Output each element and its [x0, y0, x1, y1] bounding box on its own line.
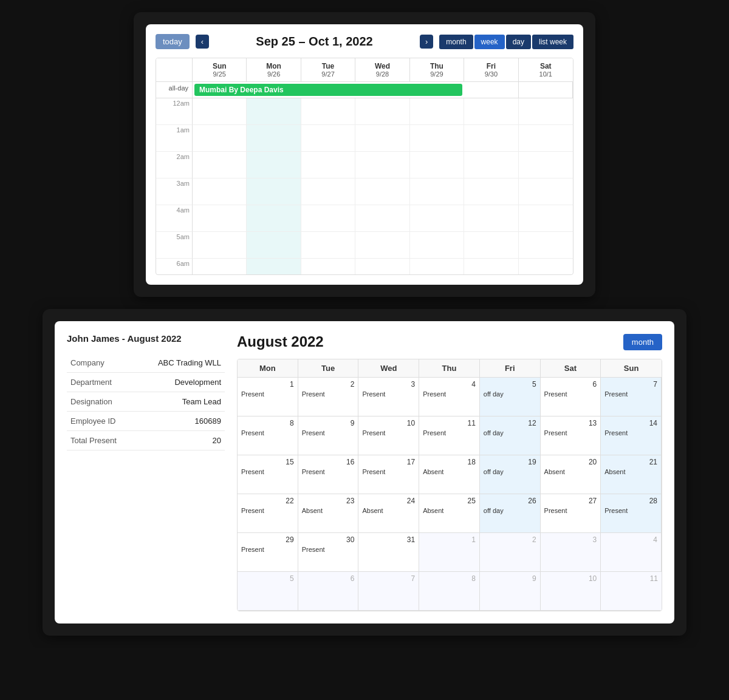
attendance-day-cell[interactable]: 13Present [541, 416, 601, 455]
hour-slot [301, 152, 355, 178]
hour-slot [410, 98, 464, 125]
attendance-day-header: Sun [601, 359, 662, 377]
hour-slot [193, 125, 246, 152]
attendance-day-cell[interactable]: 2Present [298, 378, 359, 416]
day-column-4 [410, 98, 464, 274]
employee-info-panel: John James - August 2022 CompanyABC Trad… [67, 333, 225, 611]
attendance-day-cell[interactable]: 27Present [541, 494, 601, 533]
attendance-day-cell[interactable]: 9Present [298, 416, 359, 455]
attendance-day-number: 5 [484, 380, 536, 389]
attendance-day-cell[interactable]: 3 [541, 533, 601, 572]
hour-slot [247, 205, 300, 232]
attendance-day-cell[interactable]: 25Absent [419, 494, 480, 533]
attendance-day-cell[interactable]: 11Present [419, 416, 480, 455]
day-header-4: Thu 9/29 [410, 58, 464, 81]
attendance-day-number: 25 [423, 497, 476, 505]
attendance-day-cell[interactable]: 18Absent [419, 455, 480, 494]
day-column-5 [464, 98, 518, 274]
attendance-day-cell[interactable]: 14Present [601, 416, 662, 455]
attendance-day-cell[interactable]: 7 [358, 572, 419, 611]
attendance-status: off day [484, 429, 536, 437]
attendance-day-cell[interactable]: 21Absent [601, 455, 662, 494]
attendance-day-number: 7 [362, 574, 415, 583]
view-listweek-button[interactable]: list week [532, 35, 573, 49]
attendance-day-number: 8 [241, 419, 294, 427]
day-name: Thu [412, 62, 461, 70]
info-label: Department [67, 373, 135, 392]
all-day-event[interactable]: Mumbai By Deepa Davis [194, 84, 462, 96]
attendance-day-cell[interactable]: 7Present [601, 378, 662, 416]
attendance-day-cell[interactable]: 31 [358, 533, 419, 572]
attendance-day-cell[interactable]: 29Present [238, 533, 298, 572]
attendance-status: Present [241, 507, 294, 514]
attendance-day-cell[interactable]: 4 [601, 533, 662, 572]
prev-button[interactable]: ‹ [196, 35, 209, 49]
info-label: Employee ID [67, 412, 135, 431]
month-view-button[interactable]: month [623, 334, 662, 350]
attendance-day-cell[interactable]: 10 [541, 572, 601, 611]
attendance-day-cell[interactable]: 17Present [358, 455, 419, 494]
next-button[interactable]: › [420, 35, 433, 49]
attendance-day-cell[interactable]: 20Absent [541, 455, 601, 494]
attendance-day-cell[interactable]: 8 [419, 572, 480, 611]
attendance-day-cell[interactable]: 19off day [480, 455, 541, 494]
attendance-day-cell[interactable]: 23Absent [298, 494, 359, 533]
attendance-day-cell[interactable]: 6Present [541, 378, 601, 416]
attendance-status: off day [484, 507, 536, 514]
attendance-day-cell[interactable]: 22Present [238, 494, 298, 533]
attendance-day-number: 29 [241, 535, 294, 544]
attendance-day-cell[interactable]: 5 [238, 572, 298, 611]
attendance-day-cell[interactable]: 1Present [238, 378, 298, 416]
hour-slot [247, 125, 300, 152]
info-row: DesignationTeam Lead [67, 392, 225, 412]
hour-slot [519, 125, 573, 152]
attendance-day-number: 21 [604, 458, 657, 466]
today-button[interactable]: today [156, 34, 190, 49]
time-column: 12am1am2am3am4am5am6am7am [156, 98, 193, 274]
all-day-empty-1 [464, 82, 518, 98]
time-label: 12am [156, 98, 193, 125]
hour-slot [301, 98, 355, 125]
all-day-event-area: Mumbai By Deepa Davis [193, 82, 464, 98]
attendance-day-cell[interactable]: 12off day [480, 416, 541, 455]
hour-slot [247, 259, 300, 274]
attendance-day-cell[interactable]: 5off day [480, 378, 541, 416]
attendance-status: Present [544, 390, 597, 398]
day-date: 9/28 [358, 70, 406, 78]
attendance-day-cell[interactable]: 3Present [358, 378, 419, 416]
attendance-day-cell[interactable]: 9 [480, 572, 541, 611]
attendance-day-cell[interactable]: 1 [419, 533, 480, 572]
attendance-day-cell[interactable]: 24Absent [358, 494, 419, 533]
hour-slot [519, 98, 573, 125]
attendance-day-cell[interactable]: 11 [601, 572, 662, 611]
attendance-day-cell[interactable]: 8Present [238, 416, 298, 455]
attendance-day-cell[interactable]: 6 [298, 572, 359, 611]
attendance-day-cell[interactable]: 16Present [298, 455, 359, 494]
info-label: Designation [67, 392, 135, 412]
hour-slot [301, 259, 355, 274]
view-day-button[interactable]: day [506, 35, 531, 49]
time-label: 2am [156, 152, 193, 178]
day-name: Tue [304, 62, 352, 70]
attendance-day-cell[interactable]: 30Present [298, 533, 359, 572]
attendance-status: off day [484, 390, 536, 398]
attendance-day-cell[interactable]: 15Present [238, 455, 298, 494]
time-label: 4am [156, 205, 193, 232]
attendance-day-cell[interactable]: 10Present [358, 416, 419, 455]
attendance-calendar-header: August 2022 month [237, 333, 662, 350]
attendance-status: Present [302, 468, 355, 475]
attendance-day-number: 27 [544, 497, 597, 505]
view-week-button[interactable]: week [474, 35, 505, 49]
time-body[interactable]: 12am1am2am3am4am5am6am7am [156, 98, 573, 274]
view-month-button[interactable]: month [439, 35, 473, 49]
all-day-row: all-day Mumbai By Deepa Davis [156, 82, 573, 98]
attendance-day-cell[interactable]: 2 [480, 533, 541, 572]
attendance-day-cell[interactable]: 4Present [419, 378, 480, 416]
attendance-calendar-title: August 2022 [237, 333, 324, 350]
attendance-day-number: 15 [241, 458, 294, 466]
attendance-day-cell[interactable]: 26off day [480, 494, 541, 533]
attendance-day-cell[interactable]: 28Present [601, 494, 662, 533]
attendance-day-header: Wed [358, 359, 419, 377]
hour-slot [301, 125, 355, 152]
attendance-calendar-grid: MonTueWedThuFriSatSun 1Present2Present3P… [237, 359, 662, 611]
